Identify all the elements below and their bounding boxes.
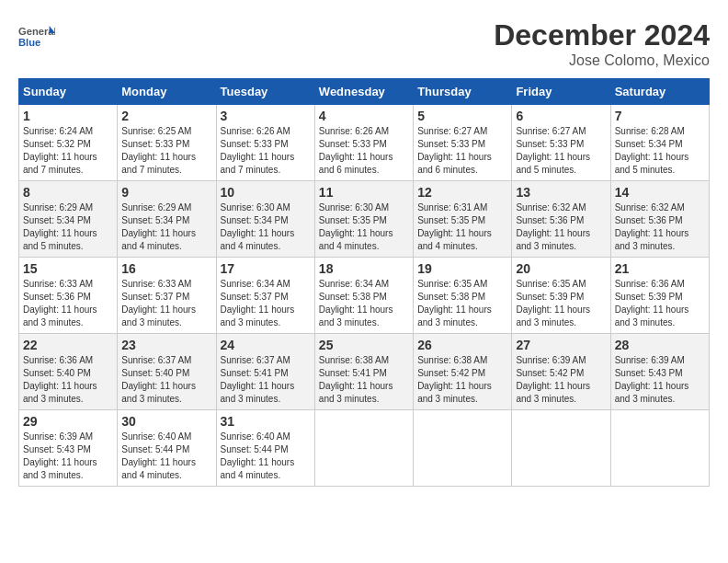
day-info: Sunrise: 6:34 AMSunset: 5:38 PMDaylight:… [319,278,409,329]
table-row: 4Sunrise: 6:26 AMSunset: 5:33 PMDaylight… [314,105,413,181]
day-number: 18 [319,261,409,276]
calendar-table: Sunday Monday Tuesday Wednesday Thursday… [18,78,710,487]
day-number: 4 [319,109,409,123]
day-info: Sunrise: 6:28 AMSunset: 5:34 PMDaylight:… [615,125,705,177]
day-number: 28 [615,338,705,352]
calendar-title: December 2024 [494,18,710,52]
col-friday: Friday [512,79,610,105]
day-info: Sunrise: 6:33 AMSunset: 5:36 PMDaylight:… [23,278,113,329]
day-number: 1 [23,109,113,123]
day-info: Sunrise: 6:34 AMSunset: 5:37 PMDaylight:… [221,278,311,329]
day-number: 3 [221,109,311,123]
calendar-week-row: 22Sunrise: 6:36 AMSunset: 5:40 PMDayligh… [19,334,710,410]
day-info: Sunrise: 6:32 AMSunset: 5:36 PMDaylight:… [615,201,705,253]
day-number: 7 [615,109,705,123]
day-number: 14 [615,185,705,200]
day-info: Sunrise: 6:30 AMSunset: 5:35 PMDaylight:… [319,201,409,253]
table-row: 7Sunrise: 6:28 AMSunset: 5:34 PMDaylight… [610,105,709,181]
day-info: Sunrise: 6:33 AMSunset: 5:37 PMDaylight:… [121,278,211,329]
day-number: 31 [221,414,311,429]
table-row: 26Sunrise: 6:38 AMSunset: 5:42 PMDayligh… [414,334,512,410]
day-info: Sunrise: 6:36 AMSunset: 5:39 PMDaylight:… [615,278,705,329]
table-row: 17Sunrise: 6:34 AMSunset: 5:37 PMDayligh… [216,258,314,334]
table-row: 15Sunrise: 6:33 AMSunset: 5:36 PMDayligh… [19,258,118,334]
table-row: 12Sunrise: 6:31 AMSunset: 5:35 PMDayligh… [414,181,512,258]
day-number: 10 [221,185,311,200]
day-number: 24 [221,338,311,352]
table-row: 9Sunrise: 6:29 AMSunset: 5:34 PMDaylight… [118,181,216,258]
day-number: 12 [417,185,507,200]
day-info: Sunrise: 6:35 AMSunset: 5:39 PMDaylight:… [516,278,606,329]
day-number: 9 [121,185,211,200]
table-row: 3Sunrise: 6:26 AMSunset: 5:33 PMDaylight… [216,105,314,181]
day-number: 17 [221,261,311,276]
col-wednesday: Wednesday [314,79,413,105]
day-info: Sunrise: 6:39 AMSunset: 5:42 PMDaylight:… [516,354,606,406]
day-info: Sunrise: 6:24 AMSunset: 5:32 PMDaylight:… [23,125,113,177]
day-number: 23 [121,338,211,352]
table-row: 28Sunrise: 6:39 AMSunset: 5:43 PMDayligh… [610,334,709,410]
table-row: 21Sunrise: 6:36 AMSunset: 5:39 PMDayligh… [610,258,709,334]
day-number: 2 [121,109,211,123]
table-row: 2Sunrise: 6:25 AMSunset: 5:33 PMDaylight… [118,105,216,181]
calendar-week-row: 29Sunrise: 6:39 AMSunset: 5:43 PMDayligh… [19,410,710,487]
table-row: 25Sunrise: 6:38 AMSunset: 5:41 PMDayligh… [314,334,413,410]
day-info: Sunrise: 6:27 AMSunset: 5:33 PMDaylight:… [417,125,507,177]
calendar-week-row: 15Sunrise: 6:33 AMSunset: 5:36 PMDayligh… [19,258,710,334]
table-row: 1Sunrise: 6:24 AMSunset: 5:32 PMDaylight… [19,105,118,181]
table-row [314,410,413,487]
table-row: 6Sunrise: 6:27 AMSunset: 5:33 PMDaylight… [512,105,610,181]
day-number: 8 [23,185,113,200]
svg-text:Blue: Blue [18,37,40,48]
table-row: 20Sunrise: 6:35 AMSunset: 5:39 PMDayligh… [512,258,610,334]
table-row: 27Sunrise: 6:39 AMSunset: 5:42 PMDayligh… [512,334,610,410]
table-row: 14Sunrise: 6:32 AMSunset: 5:36 PMDayligh… [610,181,709,258]
day-info: Sunrise: 6:26 AMSunset: 5:33 PMDaylight:… [319,125,409,177]
table-row [414,410,512,487]
col-saturday: Saturday [610,79,709,105]
table-row: 22Sunrise: 6:36 AMSunset: 5:40 PMDayligh… [19,334,118,410]
day-number: 6 [516,109,606,123]
day-number: 29 [23,414,113,429]
day-info: Sunrise: 6:40 AMSunset: 5:44 PMDaylight:… [221,431,311,482]
day-info: Sunrise: 6:38 AMSunset: 5:42 PMDaylight:… [417,354,507,406]
table-row: 29Sunrise: 6:39 AMSunset: 5:43 PMDayligh… [19,410,118,487]
col-sunday: Sunday [19,79,118,105]
header: General Blue December 2024 Jose Colomo, … [18,18,710,69]
table-row: 11Sunrise: 6:30 AMSunset: 5:35 PMDayligh… [314,181,413,258]
table-row: 31Sunrise: 6:40 AMSunset: 5:44 PMDayligh… [216,410,314,487]
day-info: Sunrise: 6:26 AMSunset: 5:33 PMDaylight:… [221,125,311,177]
table-row: 16Sunrise: 6:33 AMSunset: 5:37 PMDayligh… [118,258,216,334]
table-row: 30Sunrise: 6:40 AMSunset: 5:44 PMDayligh… [118,410,216,487]
day-number: 11 [319,185,409,200]
table-row [610,410,709,487]
title-section: December 2024 Jose Colomo, Mexico [494,18,710,69]
calendar-subtitle: Jose Colomo, Mexico [494,52,710,69]
calendar-header-row: Sunday Monday Tuesday Wednesday Thursday… [19,79,710,105]
col-tuesday: Tuesday [216,79,314,105]
day-number: 20 [516,261,606,276]
day-info: Sunrise: 6:40 AMSunset: 5:44 PMDaylight:… [121,431,211,482]
day-info: Sunrise: 6:32 AMSunset: 5:36 PMDaylight:… [516,201,606,253]
col-thursday: Thursday [414,79,512,105]
day-info: Sunrise: 6:39 AMSunset: 5:43 PMDaylight:… [23,431,113,482]
day-info: Sunrise: 6:38 AMSunset: 5:41 PMDaylight:… [319,354,409,406]
day-info: Sunrise: 6:29 AMSunset: 5:34 PMDaylight:… [23,201,113,253]
col-monday: Monday [118,79,216,105]
day-info: Sunrise: 6:25 AMSunset: 5:33 PMDaylight:… [121,125,211,177]
logo-icon: General Blue [18,18,55,55]
table-row: 24Sunrise: 6:37 AMSunset: 5:41 PMDayligh… [216,334,314,410]
day-number: 25 [319,338,409,352]
day-number: 30 [121,414,211,429]
table-row: 23Sunrise: 6:37 AMSunset: 5:40 PMDayligh… [118,334,216,410]
table-row: 18Sunrise: 6:34 AMSunset: 5:38 PMDayligh… [314,258,413,334]
table-row: 5Sunrise: 6:27 AMSunset: 5:33 PMDaylight… [414,105,512,181]
day-number: 27 [516,338,606,352]
table-row [512,410,610,487]
day-number: 5 [417,109,507,123]
day-info: Sunrise: 6:31 AMSunset: 5:35 PMDaylight:… [417,201,507,253]
day-number: 15 [23,261,113,276]
logo: General Blue [18,18,59,55]
day-number: 22 [23,338,113,352]
table-row: 13Sunrise: 6:32 AMSunset: 5:36 PMDayligh… [512,181,610,258]
